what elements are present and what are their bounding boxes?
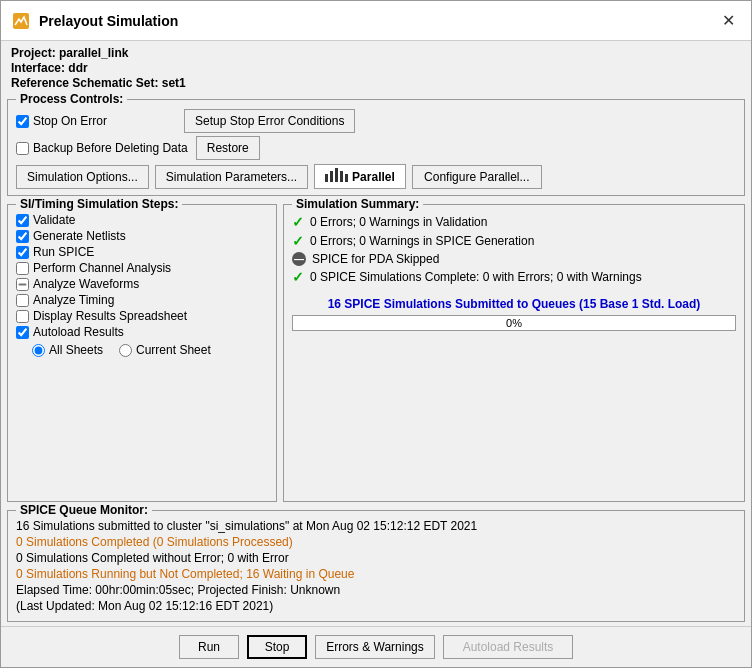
- check-icon-1: ✓: [292, 233, 304, 249]
- bottom-controls: Simulation Options... Simulation Paramet…: [16, 164, 736, 189]
- monitor-line-3: 0 Simulations Running but Not Completed;…: [16, 567, 736, 581]
- close-button[interactable]: ✕: [716, 9, 741, 32]
- step-run-spice-checkbox[interactable]: [16, 246, 29, 259]
- sim-summary-panel: Simulation Summary: ✓ 0 Errors; 0 Warnin…: [283, 204, 745, 502]
- step-analyze-waveforms-checkbox[interactable]: [16, 278, 29, 291]
- stop-on-error-label: Stop On Error: [16, 114, 176, 128]
- all-sheets-radio[interactable]: [32, 344, 45, 357]
- autoload-results-button[interactable]: Autoload Results: [443, 635, 573, 659]
- si-timing-panel: SI/Timing Simulation Steps: Validate Gen…: [7, 204, 277, 502]
- spice-monitor: SPICE Queue Monitor: 16 Simulations subm…: [7, 510, 745, 622]
- title-bar-left: Prelayout Simulation: [11, 11, 178, 31]
- project-info: Project: parallel_link: [11, 46, 741, 60]
- main-window: Prelayout Simulation ✕ Project: parallel…: [0, 0, 752, 668]
- step-display-results: Display Results Spreadsheet: [16, 309, 268, 323]
- submitted-text: 16 SPICE Simulations Submitted to Queues…: [292, 297, 736, 311]
- step-autoload-results: Autoload Results: [16, 325, 268, 339]
- backup-label: Backup Before Deleting Data: [16, 141, 188, 155]
- simulation-area: SI/Timing Simulation Steps: Validate Gen…: [7, 204, 745, 502]
- monitor-line-2: 0 Simulations Completed without Error; 0…: [16, 551, 736, 565]
- reference-info: Reference Schematic Set: set1: [11, 76, 741, 90]
- configure-parallel-button[interactable]: Configure Parallel...: [412, 165, 542, 189]
- step-analyze-timing-checkbox[interactable]: [16, 294, 29, 307]
- summary-item-1: ✓ 0 Errors; 0 Warnings in SPICE Generati…: [292, 233, 736, 249]
- check-icon-3: ✓: [292, 269, 304, 285]
- spice-monitor-legend: SPICE Queue Monitor:: [16, 503, 152, 517]
- errors-warnings-button[interactable]: Errors & Warnings: [315, 635, 435, 659]
- progress-bar-text: 0%: [293, 316, 735, 330]
- current-sheet-radio[interactable]: [119, 344, 132, 357]
- monitor-line-5: (Last Updated: Mon Aug 02 15:12:16 EDT 2…: [16, 599, 736, 613]
- step-perform-channel-checkbox[interactable]: [16, 262, 29, 275]
- summary-item-0: ✓ 0 Errors; 0 Warnings in Validation: [292, 214, 736, 230]
- step-analyze-timing: Analyze Timing: [16, 293, 268, 307]
- sim-params-button[interactable]: Simulation Parameters...: [155, 165, 308, 189]
- monitor-line-1: 0 Simulations Completed (0 Simulations P…: [16, 535, 736, 549]
- backup-row: Backup Before Deleting Data Restore: [16, 136, 736, 160]
- step-validate-checkbox[interactable]: [16, 214, 29, 227]
- stop-on-error-row: Stop On Error Setup Stop Error Condition…: [16, 109, 736, 133]
- monitor-line-4: Elapsed Time: 00hr:00min:05sec; Projecte…: [16, 583, 736, 597]
- step-analyze-waveforms: Analyze Waveforms: [16, 277, 268, 291]
- title-bar: Prelayout Simulation ✕: [1, 1, 751, 41]
- process-controls-legend: Process Controls:: [16, 92, 127, 106]
- dash-icon-2: —: [292, 252, 306, 266]
- parallel-icon: [325, 168, 348, 185]
- sheet-radio-row: All Sheets Current Sheet: [32, 343, 268, 357]
- step-run-spice: Run SPICE: [16, 245, 268, 259]
- check-icon-0: ✓: [292, 214, 304, 230]
- sim-options-button[interactable]: Simulation Options...: [16, 165, 149, 189]
- current-sheet-label: Current Sheet: [119, 343, 211, 357]
- all-sheets-label: All Sheets: [32, 343, 103, 357]
- process-controls: Process Controls: Stop On Error Setup St…: [7, 99, 745, 196]
- step-perform-channel: Perform Channel Analysis: [16, 261, 268, 275]
- backup-checkbox[interactable]: [16, 142, 29, 155]
- footer-buttons: Run Stop Errors & Warnings Autoload Resu…: [1, 626, 751, 667]
- app-icon: [11, 11, 31, 31]
- parallel-button[interactable]: Parallel: [314, 164, 406, 189]
- info-section: Project: parallel_link Interface: ddr Re…: [1, 41, 751, 95]
- step-generate-netlists: Generate Netlists: [16, 229, 268, 243]
- step-validate: Validate: [16, 213, 268, 227]
- summary-item-3: ✓ 0 SPICE Simulations Complete: 0 with E…: [292, 269, 736, 285]
- si-timing-legend: SI/Timing Simulation Steps:: [16, 197, 182, 211]
- setup-stop-button[interactable]: Setup Stop Error Conditions: [184, 109, 355, 133]
- step-generate-netlists-checkbox[interactable]: [16, 230, 29, 243]
- window-title: Prelayout Simulation: [39, 13, 178, 29]
- monitor-line-0: 16 Simulations submitted to cluster "si_…: [16, 519, 736, 533]
- stop-on-error-checkbox[interactable]: [16, 115, 29, 128]
- summary-item-2: — SPICE for PDA Skipped: [292, 252, 736, 266]
- progress-bar: 0%: [292, 315, 736, 331]
- sim-summary-legend: Simulation Summary:: [292, 197, 423, 211]
- step-autoload-results-checkbox[interactable]: [16, 326, 29, 339]
- restore-button[interactable]: Restore: [196, 136, 260, 160]
- step-display-results-checkbox[interactable]: [16, 310, 29, 323]
- run-button[interactable]: Run: [179, 635, 239, 659]
- stop-button[interactable]: Stop: [247, 635, 307, 659]
- interface-info: Interface: ddr: [11, 61, 741, 75]
